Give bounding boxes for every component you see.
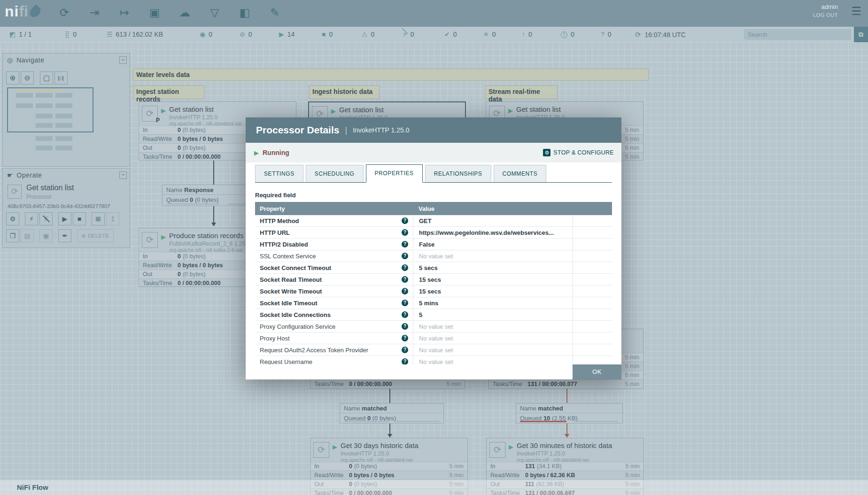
property-value: No value set [413,333,573,344]
property-row: Socket Connect Timeout?5 secs [255,262,612,274]
status-active-threads: ⣿0 [65,27,77,42]
status-stopped: ■0 [322,27,333,42]
processor-name: Get station list [339,106,384,114]
property-extra-cell [573,321,612,332]
property-help-icon[interactable]: ? [402,241,408,248]
property-name: HTTP Method [260,217,402,224]
status-stale: ↑0 [522,27,532,42]
stat-label: Read/Write [487,472,525,479]
global-menu-icon[interactable]: ☰ [851,5,861,18]
bulletin-board-button[interactable]: ⧉ [854,27,868,42]
processor-name: Get 30 minutes of historic data [517,441,612,449]
stat-window: 5 min [625,154,643,160]
property-help-icon[interactable]: ? [402,335,408,341]
processor-stamp-icon: ⟳ [8,185,22,199]
property-help-icon[interactable]: ? [402,347,408,353]
property-extra-cell [573,356,612,364]
property-help-icon[interactable]: ? [402,217,408,224]
zoom-out-button[interactable]: ⊖ [21,71,34,85]
configure-button[interactable]: ⚙ [6,212,19,225]
start-button[interactable]: ▶ [58,212,71,225]
stop-and-configure-button[interactable]: ⚙ STOP & CONFIGURE [543,149,614,156]
tab-comments[interactable]: COMMENTS [494,165,547,182]
label-icon[interactable]: ✎ [268,4,282,22]
refresh-icon[interactable]: ⟳ [635,31,641,39]
processor-type: InvokeHTTP 1.25.0 [517,450,565,457]
canvas-label-stream-realtime-data[interactable]: Stream real-time data [485,85,558,99]
connection-arrow-icon [565,434,569,438]
stat-value: 131 / 00:00:00.077 [527,381,625,387]
input-port-icon[interactable]: ⇥ [87,4,101,22]
current-user: admin [813,3,838,10]
tab-relationships[interactable]: RELATIONSHIPS [425,165,491,182]
property-help-icon[interactable]: ? [402,323,408,330]
zoom-actual-size-button[interactable]: |:| [54,71,68,85]
property-help-icon[interactable]: ? [402,276,408,283]
processor-icon[interactable]: ⟳ [57,4,71,22]
disable-button[interactable]: ⚡ [39,212,53,225]
connection-label-matched-1[interactable]: Name matched Queued 0 (0 bytes) [340,403,444,424]
property-name: Socket Idle Timeout [260,300,402,307]
collapse-operate-button[interactable]: − [119,171,127,179]
copy-button[interactable]: ❐ [6,229,19,242]
queue-size-indicator [166,203,219,205]
property-help-icon[interactable]: ? [402,300,408,306]
template-icon[interactable]: ◧ [238,4,252,22]
stale-icon: ↑ [522,27,525,42]
birdseye-viewport[interactable] [7,87,93,132]
status-not-transmitting: ⊘0 [240,27,252,42]
stat-window: 5 min [446,381,465,387]
change-color-button[interactable]: ✒ [58,229,71,242]
canvas-label-ingest-historic-data[interactable]: Ingest historic data [309,85,380,99]
process-group-icon[interactable]: ▣ [147,4,162,22]
tab-settings[interactable]: SETTINGS [255,165,303,182]
remote-process-group-icon[interactable]: ☁ [178,4,192,22]
stat-row-in: In0(0 bytes)5 min [310,462,467,471]
tab-properties[interactable]: PROPERTIES [366,164,423,183]
status-locally-modified: ✳0 [483,27,496,42]
user-area: admin LOG OUT [813,3,838,18]
stat-value: 0 bytes / 62.36 KB [525,472,625,479]
queue-size-indicator-full [520,421,566,422]
navigate-panel: ◎ Navigate − ⊕ ⊖ ▢ |:| [2,53,130,167]
property-help-icon[interactable]: ? [402,288,408,294]
status-queued: ☰613 / 162.02 KB [107,27,163,42]
stat-window: 5 min [625,136,643,142]
zoom-in-button[interactable]: ⊕ [6,71,19,85]
output-port-icon[interactable]: ↦ [117,4,132,22]
property-help-icon[interactable]: ? [402,253,408,259]
property-help-icon[interactable]: ? [402,311,408,318]
dialog-title: Processor Details [256,124,339,136]
tab-scheduling[interactable]: SCHEDULING [306,165,364,182]
property-help-icon[interactable]: ? [402,229,408,236]
status-sync-failure: ?0 [601,27,612,42]
run-status-icon: ▶ [161,233,166,240]
property-extra-cell [573,215,612,226]
property-help-icon[interactable]: ? [402,264,408,271]
stat-window: 5 min [625,354,643,361]
processor-details-dialog: Processor Details | InvokeHTTP 1.25.0 ▶ … [246,117,621,379]
logout-link[interactable]: LOG OUT [813,12,838,18]
property-help-icon[interactable]: ? [402,358,408,364]
canvas-label-ingest-station-records[interactable]: Ingest station records [133,85,204,99]
search-input[interactable] [744,29,851,40]
enable-button[interactable]: ⚡ [25,212,38,225]
run-status-icon: ▶ [333,443,337,450]
breadcrumb-nifi-flow[interactable]: NiFi Flow [17,483,48,491]
create-template-button[interactable]: ⊞ [92,212,105,225]
ok-button[interactable]: OK [573,364,621,379]
zoom-fit-button[interactable]: ▢ [40,71,53,85]
properties-table-rows: HTTP Method?GETHTTP URL?https://www.pege… [255,215,612,364]
status-locally-modified-stale-count: 0 [571,27,574,42]
property-name: Request OAuth2 Access Token Provider [260,347,402,354]
stop-button[interactable]: ■ [73,212,86,225]
canvas-label-water-levels[interactable]: Water levels data [133,69,649,81]
collapse-navigate-button[interactable]: − [119,56,127,64]
property-name: Socket Write Timeout [260,288,402,295]
funnel-icon[interactable]: ▽ [208,4,222,22]
stop-configure-gear-icon: ⚙ [543,149,550,156]
connection-label-matched-2[interactable]: Name matched Queued 10 (2.55 KB) [516,403,623,424]
dialog-status-row: ▶ Running ⚙ STOP & CONFIGURE [246,143,621,162]
dialog-tabs: SETTINGSSCHEDULINGPROPERTIESRELATIONSHIP… [255,164,612,183]
hand-pointer-icon: ☛ [7,171,13,179]
